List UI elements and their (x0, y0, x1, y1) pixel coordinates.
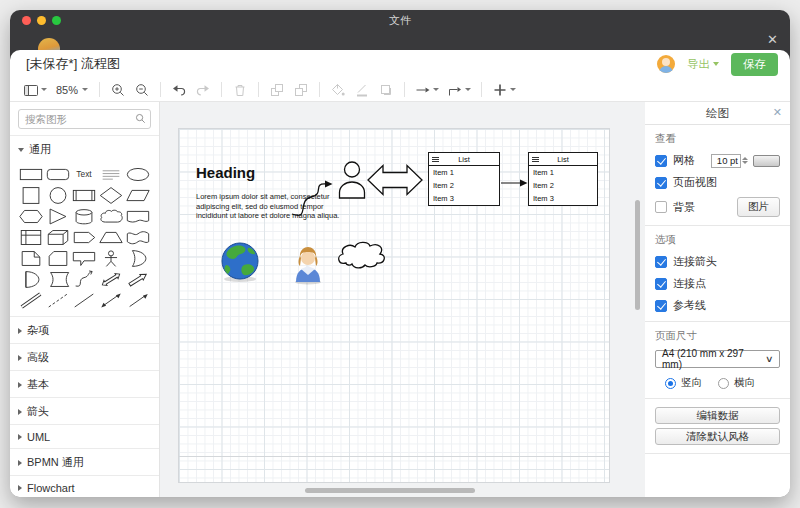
guides-checkbox[interactable] (655, 300, 667, 312)
shape-data-storage[interactable] (45, 269, 72, 289)
shape-bidirectional-arrow[interactable] (98, 269, 125, 289)
zoom-out-button[interactable] (131, 80, 153, 100)
chevron-right-icon (18, 382, 22, 388)
background-image-button[interactable]: 图片 (737, 197, 780, 217)
shape-line[interactable] (71, 290, 98, 310)
shape-card[interactable] (45, 248, 72, 268)
shape-rectangle[interactable] (18, 164, 45, 184)
list-item[interactable]: Item 1 (429, 166, 499, 179)
shape-arrow[interactable] (124, 269, 151, 289)
shape-actor[interactable] (98, 248, 125, 268)
shadow-button[interactable] (375, 80, 397, 100)
connection-arrows-checkbox[interactable] (655, 256, 667, 268)
close-panel-icon[interactable]: ✕ (773, 106, 782, 119)
shape-triangle[interactable] (45, 206, 72, 226)
shape-process[interactable] (71, 185, 98, 205)
shape-note[interactable] (18, 248, 45, 268)
export-button[interactable]: 导出 (687, 57, 719, 72)
close-document-icon[interactable]: ✕ (767, 31, 778, 49)
page-view-checkbox[interactable] (655, 177, 667, 189)
panel-view-button[interactable] (20, 80, 50, 100)
orientation-portrait-radio[interactable]: 竖向 (665, 376, 702, 390)
shape-diamond[interactable] (98, 185, 125, 205)
shape-internal-storage[interactable] (18, 227, 45, 247)
shape-parallelogram[interactable] (124, 185, 151, 205)
minimize-window-icon[interactable] (37, 16, 46, 25)
list-item[interactable]: Item 3 (429, 192, 499, 205)
grid-checkbox[interactable] (655, 155, 667, 167)
horizontal-scrollbar[interactable] (305, 488, 475, 493)
sidebar-section-misc[interactable]: 杂项 (10, 316, 159, 343)
shape-cloud[interactable] (98, 206, 125, 226)
edit-data-button[interactable]: 编辑数据 (655, 407, 780, 424)
shape-or[interactable] (124, 248, 151, 268)
shape-dashed-line[interactable] (45, 290, 72, 310)
shape-square[interactable] (18, 185, 45, 205)
shape-rounded-rectangle[interactable] (45, 164, 72, 184)
page-view-label: 页面视图 (673, 175, 717, 190)
shape-circle[interactable] (45, 185, 72, 205)
connection-arrow-button[interactable] (412, 80, 442, 100)
search-input[interactable] (18, 109, 151, 129)
shape-directional-connector[interactable] (124, 290, 151, 310)
sidebar-section-advanced[interactable]: 高级 (10, 343, 159, 370)
menubar-file[interactable]: 文件 (10, 13, 790, 28)
redo-button[interactable] (192, 80, 214, 100)
close-window-icon[interactable] (22, 16, 31, 25)
sidebar-section-flowchart[interactable]: Flowchart (10, 475, 159, 497)
shape-textbox[interactable] (98, 164, 125, 184)
background-checkbox[interactable] (655, 201, 667, 213)
fill-color-button[interactable] (327, 80, 349, 100)
shape-and[interactable] (18, 269, 45, 289)
sidebar-section-bpmn[interactable]: BPMN 通用 (10, 448, 159, 475)
list-shape[interactable]: ListItem 1Item 2Item 3 (528, 152, 598, 206)
view-section-label: 查看 (655, 132, 780, 146)
grid-size-stepper[interactable] (742, 157, 748, 165)
orientation-landscape-radio[interactable]: 横向 (718, 376, 755, 390)
sidebar-section-general[interactable]: 通用 (10, 135, 159, 162)
maximize-window-icon[interactable] (52, 16, 61, 25)
to-front-button[interactable] (266, 80, 288, 100)
shape-ellipse[interactable] (124, 164, 151, 184)
list-shape[interactable]: ListItem 1Item 2Item 3 (428, 152, 500, 206)
shape-curve[interactable] (71, 269, 98, 289)
shape-trapezoid[interactable] (98, 227, 125, 247)
list-item[interactable]: Item 3 (529, 192, 597, 205)
shape-callout[interactable] (71, 248, 98, 268)
save-button[interactable]: 保存 (731, 53, 778, 76)
grid-size-input[interactable]: 10 pt (711, 154, 741, 168)
shape-text[interactable]: Text (71, 164, 98, 184)
list-item[interactable]: Item 2 (529, 179, 597, 192)
connection-points-checkbox[interactable] (655, 278, 667, 290)
clear-default-style-button[interactable]: 清除默认风格 (655, 428, 780, 445)
shape-tape[interactable] (124, 227, 151, 247)
shape-bidirectional-connector[interactable] (98, 290, 125, 310)
canvas-heading-text[interactable]: Heading (196, 164, 255, 181)
shape-cylinder[interactable] (71, 206, 98, 226)
shape-hexagon[interactable] (18, 206, 45, 226)
shape-cube[interactable] (45, 227, 72, 247)
sidebar-section-basic[interactable]: 基本 (10, 370, 159, 397)
fill-color-icon (330, 82, 346, 98)
shape-document[interactable] (124, 206, 151, 226)
zoom-in-button[interactable] (107, 80, 129, 100)
delete-button[interactable] (229, 80, 251, 100)
line-color-button[interactable] (351, 80, 373, 100)
waypoint-style-button[interactable] (444, 80, 474, 100)
to-back-button[interactable] (290, 80, 312, 100)
grid-color-button[interactable] (753, 155, 780, 167)
shape-step[interactable] (71, 227, 98, 247)
canvas-paragraph-text[interactable]: Lorem ipsum dolor sit amet, consectetur … (196, 192, 349, 221)
vertical-scrollbar[interactable] (635, 200, 640, 310)
shape-link[interactable] (18, 290, 45, 310)
sidebar-section-arrows[interactable]: 箭头 (10, 397, 159, 424)
undo-button[interactable] (168, 80, 190, 100)
list-item[interactable]: Item 2 (429, 179, 499, 192)
page-size-select[interactable]: A4 (210 mm x 297 mm) ∨ (655, 350, 780, 368)
list-item[interactable]: Item 1 (529, 166, 597, 179)
zoom-level-button[interactable]: 85% (52, 84, 92, 96)
sidebar-section-uml[interactable]: UML (10, 424, 159, 448)
insert-button[interactable] (489, 80, 519, 100)
drawing-canvas[interactable]: Heading Lorem ipsum dolor sit amet, cons… (160, 102, 645, 497)
user-avatar[interactable] (657, 55, 675, 73)
